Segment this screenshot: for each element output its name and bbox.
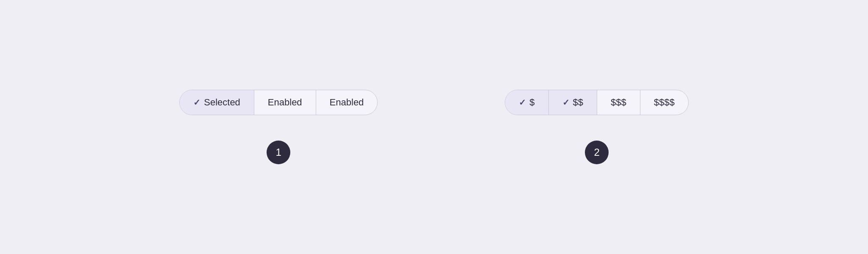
demo-block-1: ✓ Selected Enabled Enabled 1: [179, 90, 378, 164]
segment-dollar-3[interactable]: $$$: [597, 90, 640, 115]
segment-label: $: [529, 97, 534, 108]
segment-selected[interactable]: ✓ Selected: [180, 90, 254, 115]
segment-label: Enabled: [268, 97, 302, 108]
segment-label: $$$: [611, 97, 626, 108]
demo-block-2: ✓ $ ✓ $$ $$$ $$$$ 2: [505, 90, 688, 164]
segment-group-1: ✓ Selected Enabled Enabled: [179, 90, 378, 115]
segment-enabled-2[interactable]: Enabled: [316, 90, 378, 115]
demo-badge-1: 1: [267, 141, 290, 164]
segment-enabled-1[interactable]: Enabled: [254, 90, 316, 115]
segment-label: Enabled: [330, 97, 364, 108]
check-icon: ✓: [562, 97, 570, 108]
check-icon: ✓: [519, 97, 526, 108]
segment-label: $$: [573, 97, 583, 108]
check-icon: ✓: [193, 97, 200, 108]
segment-dollar-2[interactable]: ✓ $$: [549, 90, 597, 115]
segment-dollar-4[interactable]: $$$$: [640, 90, 688, 115]
segment-label: Selected: [204, 97, 240, 108]
segment-dollar-1[interactable]: ✓ $: [505, 90, 548, 115]
demo-badge-2: 2: [585, 141, 609, 164]
segment-label: $$$$: [654, 97, 675, 108]
segment-group-2: ✓ $ ✓ $$ $$$ $$$$: [505, 90, 688, 115]
